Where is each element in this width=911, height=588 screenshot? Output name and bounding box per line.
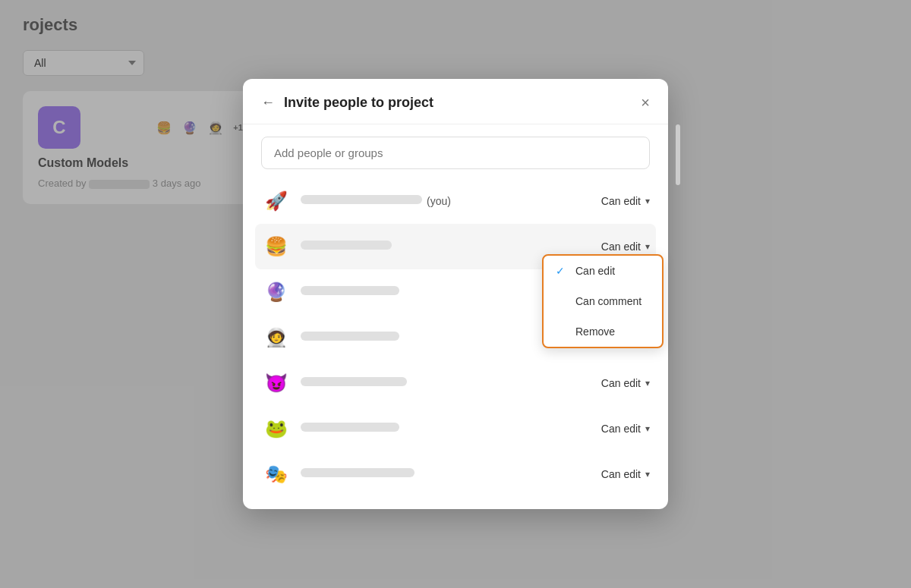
user-info: [301, 468, 601, 480]
user-info: [301, 377, 601, 389]
permission-button[interactable]: Can edit ▾: [601, 468, 650, 480]
dropdown-item-remove[interactable]: ✓ Remove: [544, 316, 662, 347]
avatar: 😈: [261, 368, 292, 398]
modal-overlay: ← Invite people to project × 🚀 (you): [0, 0, 911, 588]
permission-button[interactable]: Can edit ▾: [601, 195, 650, 207]
chevron-down-icon: ▾: [645, 241, 650, 252]
chevron-down-icon: ▾: [645, 196, 650, 206]
user-info: (you): [301, 195, 601, 207]
user-row: 😈 Can edit ▾: [261, 360, 650, 406]
avatar: 🎭: [261, 459, 292, 489]
chevron-down-icon: ▾: [645, 469, 650, 480]
user-row: 🐸 Can edit ▾: [261, 406, 650, 451]
permission-button[interactable]: Can edit ▾: [601, 423, 650, 435]
dropdown-item-can-comment[interactable]: ✓ Can comment: [544, 286, 662, 316]
modal-back-button[interactable]: ←: [261, 95, 275, 111]
avatar: 🍔: [261, 231, 292, 262]
scrollbar[interactable]: [676, 124, 680, 185]
dropdown-label-can-comment: Can comment: [575, 295, 641, 307]
modal-title: Invite people to project: [284, 95, 632, 111]
avatar: 🧑‍🚀: [261, 322, 292, 353]
permission-dropdown: ✓ Can edit ✓ Can comment ✓ Remove: [542, 254, 664, 348]
check-icon: ✓: [556, 265, 568, 277]
modal-body: 🚀 (you) Can edit ▾ 🍔: [243, 124, 668, 509]
avatar: 🔮: [261, 277, 292, 307]
permission-button[interactable]: Can edit ▾: [601, 377, 650, 389]
dropdown-label-can-edit: Can edit: [575, 265, 615, 277]
you-label: (you): [427, 195, 451, 207]
user-row: 🚀 (you) Can edit ▾: [261, 178, 650, 224]
permission-button-active[interactable]: Can edit ▾: [601, 241, 650, 253]
dropdown-item-can-edit[interactable]: ✓ Can edit: [544, 256, 662, 286]
people-search-input[interactable]: [261, 137, 650, 169]
user-info: [301, 241, 601, 253]
chevron-down-icon: ▾: [645, 378, 650, 388]
user-row: 🍔 Can edit ▾ ✓ Can edit: [255, 224, 656, 269]
user-row: 🎭 Can edit ▾: [261, 451, 650, 497]
user-info: [301, 423, 601, 435]
modal-header: ← Invite people to project ×: [243, 79, 668, 124]
modal-close-button[interactable]: ×: [641, 94, 650, 112]
chevron-down-icon: ▾: [645, 423, 650, 434]
avatar: 🐸: [261, 413, 292, 444]
avatar: 🚀: [261, 186, 292, 216]
user-list: 🚀 (you) Can edit ▾ 🍔: [261, 178, 650, 497]
dropdown-label-remove: Remove: [575, 325, 615, 338]
invite-modal: ← Invite people to project × 🚀 (you): [243, 79, 668, 509]
